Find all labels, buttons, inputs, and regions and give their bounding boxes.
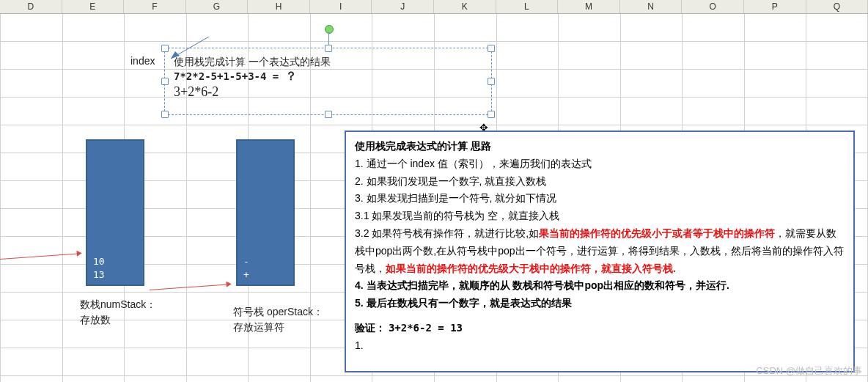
index-label: index [130,55,155,67]
panel-p4: 4. 当表达式扫描完毕，就顺序的从 数栈和符号栈中pop出相应的数和符号，并运行… [355,277,845,295]
panel-p2: 2. 如果我们发现是一个数字, 就直接入数栈 [355,173,845,191]
col-header[interactable]: D [0,0,62,13]
panel-verify-expr: 3+2*6-2 = 13 [389,322,463,334]
panel-p1: 1. 通过一个 index 值（索引），来遍历我们的表达式 [355,155,845,173]
col-header[interactable]: E [62,0,125,13]
expression-textbox-content: 使用栈完成计算 一个表达式的结果 7*2*2-5+1-5+3-4 = ？ 3+2… [165,48,491,107]
num-stack-value: 13 [93,269,137,280]
oper-stack-caption-line1: 符号栈 operStack： [233,304,323,320]
num-stack[interactable]: 10 13 [86,139,144,286]
oper-stack-value: - [243,256,287,267]
resize-handle-icon[interactable] [488,45,495,52]
panel-p32-red2: 如果当前的操作符的优先级大于栈中的操作符，就直接入符号栈. [386,262,676,274]
col-header[interactable]: L [496,0,559,13]
oper-stack-value: + [243,269,287,280]
panel-p3: 3. 如果发现扫描到是一个符号, 就分如下情况 [355,190,845,207]
panel-verify: 验证： 3+2*6-2 = 13 [355,320,845,337]
num-stack-caption-line2: 存放数 [80,312,156,328]
rotate-handle-icon[interactable] [325,25,334,34]
textbox-line1: 使用栈完成计算 一个表达式的结果 [174,56,482,69]
panel-p32-red1: 果当前的操作符的优先级小于或者等于栈中的操作符 [539,227,775,239]
num-stack-value: 10 [93,256,137,267]
col-header[interactable]: H [248,0,310,13]
col-header[interactable]: F [124,0,186,13]
panel-p5: 5. 最后在数栈只有一个数字，就是表达式的结果 [355,295,845,312]
col-header[interactable]: I [310,0,372,13]
textbox-line3: 3+2*6-2 [174,84,482,100]
panel-p31: 3.1 如果发现当前的符号栈为 空，就直接入栈 [355,207,845,225]
col-header[interactable]: P [744,0,806,13]
resize-handle-icon[interactable] [161,78,169,85]
resize-handle-icon[interactable] [325,45,332,52]
expression-textbox[interactable]: 使用栈完成计算 一个表达式的结果 7*2*2-5+1-5+3-4 = ？ 3+2… [164,48,492,115]
col-header[interactable]: G [186,0,249,13]
resize-handle-icon[interactable] [161,45,169,52]
textbox-line2-question: ？ [285,70,297,82]
col-header[interactable]: J [372,0,434,13]
resize-handle-icon[interactable] [325,111,332,118]
panel-p32: 3.2 如果符号栈有操作符，就进行比较,如果当前的操作符的优先级小于或者等于栈中… [355,225,845,277]
resize-handle-icon[interactable] [488,111,495,118]
col-header[interactable]: N [620,0,683,13]
watermark: CSDN @做自己喜欢的事 [756,364,862,378]
col-header[interactable]: K [434,0,496,13]
col-header[interactable]: M [558,0,620,13]
num-stack-caption: 数栈numStack： 存放数 [80,297,156,328]
explanation-panel: 使用栈完成表达式的计算 思路 1. 通过一个 index 值（索引），来遍历我们… [345,131,855,372]
col-header[interactable]: Q [806,0,868,13]
resize-handle-icon[interactable] [488,78,495,85]
resize-handle-icon[interactable] [161,111,169,118]
panel-verify-label: 验证： [355,322,386,334]
oper-stack-caption-line2: 存放运算符 [233,320,323,335]
panel-p32a: 3.2 如果符号栈有操作符，就进行比较,如 [355,227,539,239]
textbox-line2-expr: 7*2*2-5+1-5+3-4 = [174,70,285,82]
num-stack-caption-line1: 数栈numStack： [80,297,156,312]
oper-stack[interactable]: - + [236,139,295,286]
spreadsheet-diagram: D E F G H I J K L M N O P Q index 使用栈完成计… [0,0,868,382]
panel-verify-last: 1. [355,337,845,355]
oper-stack-caption: 符号栈 operStack： 存放运算符 [233,304,323,335]
col-header[interactable]: O [682,0,744,13]
panel-title: 使用栈完成表达式的计算 思路 [355,138,845,155]
column-headers: D E F G H I J K L M N O P Q [0,0,868,14]
